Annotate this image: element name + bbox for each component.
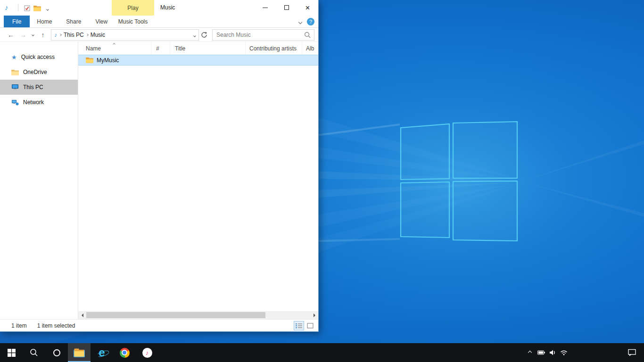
triangle-left-icon [82,313,83,317]
back-button[interactable]: ← [5,28,17,41]
status-bar: 1 item 1 item selected [0,319,318,331]
internet-explorer-button[interactable]: e [91,343,113,362]
sidebar-item-label: OneDrive [23,69,47,75]
network-icon [11,99,19,106]
navigation-bar: ← → ↑ ♪ This PC Music [0,28,318,42]
details-view-icon [296,323,302,329]
column-header-contributing-artists[interactable]: Contributing artists [246,42,302,55]
column-label: Name [86,45,101,52]
up-button[interactable]: ↑ [37,28,49,41]
file-name: MyMusic [97,57,119,64]
horizontal-scrollbar[interactable] [78,311,318,319]
maximize-button[interactable] [276,0,297,15]
music-note-icon: ♪ [5,4,8,11]
column-header-album[interactable]: Alb [302,42,318,55]
minimize-button[interactable] [255,0,276,15]
help-icon[interactable]: ? [307,18,314,25]
expand-ribbon-button[interactable] [299,18,302,25]
tab-file[interactable]: File [4,16,30,27]
scrollbar-thumb[interactable] [86,312,265,318]
chevron-down-icon [298,20,302,24]
scrollbar-track[interactable] [86,311,310,319]
volume-button[interactable] [547,343,558,362]
chevron-up-icon [528,351,532,354]
tab-share[interactable]: Share [59,16,88,27]
close-button[interactable]: × [297,0,318,15]
large-icons-view-button[interactable] [305,321,315,330]
breadcrumb-music[interactable]: Music [91,32,105,38]
cortana-button[interactable] [45,343,68,362]
refresh-icon [201,32,207,38]
chrome-button[interactable] [113,343,136,362]
search-icon[interactable] [304,32,311,38]
column-header-number[interactable]: # [151,42,170,55]
breadcrumb-this-pc[interactable]: This PC [64,32,84,38]
ribbon-tab-bar: File Home Share View Music Tools ? [0,16,318,28]
chevron-down-icon [193,34,196,37]
refresh-button[interactable] [199,29,209,41]
qat-properties-icon[interactable] [23,4,31,12]
computer-icon [11,84,19,90]
sidebar-item-this-pc[interactable]: This PC [0,80,78,95]
tab-view[interactable]: View [88,16,115,27]
tab-home[interactable]: Home [30,16,59,27]
qat-new-folder-icon[interactable] [33,4,41,12]
scroll-left-button[interactable] [78,311,86,319]
start-button[interactable] [0,343,23,362]
recent-locations-chevron[interactable] [29,28,37,41]
taskbar-search-button[interactable] [23,343,45,362]
column-header-title[interactable]: Title [170,42,246,55]
column-label: Alb [306,45,314,52]
action-center-icon [628,349,636,356]
tab-music-tools[interactable]: Music Tools [112,16,154,27]
file-row-mymusic[interactable]: MyMusic [78,55,318,66]
action-center-button[interactable] [621,343,642,362]
chevron-down-icon [46,8,49,11]
network-button[interactable] [558,343,570,362]
details-view-button[interactable] [294,321,304,330]
explorer-window: ♪ Play Music × File Home Share Vi [0,0,319,332]
system-tray [524,343,570,362]
ribbon-right-controls: ? [299,16,314,27]
sidebar-item-label: Quick access [21,54,55,60]
column-label: Contributing artists [249,45,297,52]
hidden-icons-button[interactable] [524,343,536,362]
sidebar-item-onedrive[interactable]: OneDrive [0,65,78,80]
address-bar[interactable]: ♪ This PC Music [51,29,199,41]
search-box [212,29,314,41]
qat-customize-chevron-icon[interactable] [43,6,52,13]
sort-ascending-icon [113,43,116,46]
view-toggle-buttons [294,321,315,330]
itunes-button[interactable]: ♪ [136,343,158,362]
titlebar: ♪ Play Music × [0,0,318,16]
battery-button[interactable] [536,343,547,362]
speaker-icon [549,349,556,356]
file-rows: MyMusic [78,55,318,311]
star-icon: ★ [11,54,17,60]
folder-icon [86,57,93,63]
navigation-pane: ★ Quick access OneDrive This PC [0,42,78,319]
forward-button[interactable]: → [17,28,29,41]
wifi-icon [560,350,568,355]
window-controls: × [255,0,318,15]
scroll-right-button[interactable] [310,311,318,319]
folder-icon [33,5,41,11]
column-label: # [156,45,159,52]
sidebar-item-network[interactable]: Network [0,95,78,110]
chrome-icon [120,348,130,358]
chevron-right-icon [86,33,89,36]
address-dropdown-chevron[interactable] [194,32,196,38]
window-title: Music [160,4,175,11]
search-input[interactable] [213,32,304,38]
taskbar-file-explorer-button[interactable] [68,343,91,362]
maximize-icon [284,5,289,10]
contextual-group-play[interactable]: Play [112,0,154,16]
internet-explorer-icon: e [99,347,105,358]
sidebar-item-quick-access[interactable]: ★ Quick access [0,49,78,65]
column-label: Title [175,45,185,52]
music-note-icon: ♪ [54,32,57,38]
separator [18,4,18,11]
itunes-icon: ♪ [142,348,152,358]
windows-logo-icon [8,349,16,357]
column-header-name[interactable]: Name [78,42,151,55]
